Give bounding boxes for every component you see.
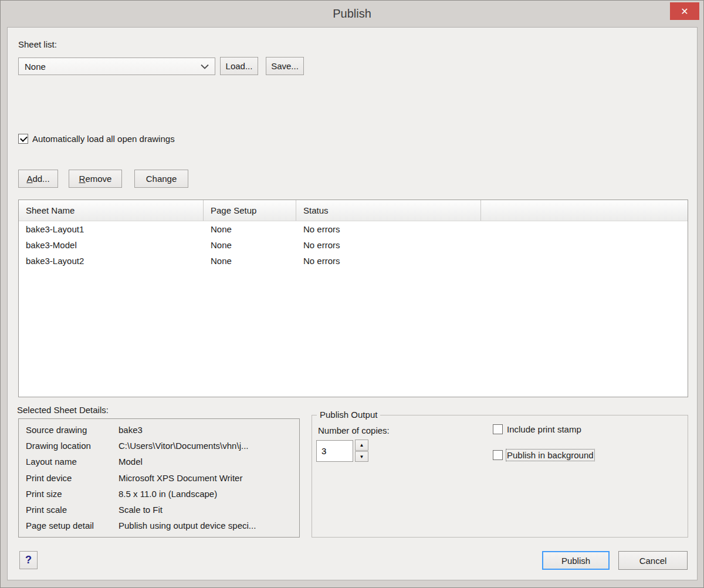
- remove-button[interactable]: Remove: [69, 170, 122, 188]
- sheets-table-header: Sheet Name Page Setup Status: [19, 200, 688, 221]
- cell-status: No errors: [296, 224, 481, 234]
- detail-value: 8.5 x 11.0 in (Landscape): [119, 489, 299, 499]
- details-section-label: Selected Sheet Details:: [17, 405, 109, 415]
- publish-output-legend: Publish Output: [317, 410, 380, 420]
- change-button[interactable]: Change: [134, 170, 188, 188]
- include-print-stamp-checkbox[interactable]: [493, 424, 503, 434]
- save-button[interactable]: Save...: [266, 57, 304, 75]
- checkmark-icon: [20, 134, 28, 142]
- copies-label: Number of copies:: [318, 425, 390, 435]
- detail-value: Publish using output device speci...: [119, 521, 299, 530]
- add-button[interactable]: Add...: [18, 170, 58, 188]
- titlebar: Publish ✕: [1, 1, 703, 26]
- sheet-list-select[interactable]: None: [18, 58, 215, 75]
- arrow-down-icon: ▼: [360, 454, 364, 459]
- detail-row: Source drawing bake3: [19, 422, 299, 438]
- column-header-empty[interactable]: [481, 200, 688, 221]
- add-button-label: Add...: [26, 174, 49, 184]
- detail-row: Drawing location C:\Users\Vitor\Document…: [19, 438, 299, 454]
- close-icon: ✕: [681, 6, 688, 17]
- publish-output-group: Publish Output Number of copies: ▲ ▼ Inc…: [312, 415, 688, 538]
- cell-status: No errors: [296, 240, 481, 250]
- include-print-stamp-label: Include print stamp: [507, 424, 581, 434]
- detail-row: Print device Microsoft XPS Document Writ…: [19, 470, 299, 486]
- cell-page-setup: None: [204, 224, 296, 234]
- sheet-list-label: Sheet list:: [18, 39, 57, 49]
- cell-sheet-name: bake3-Model: [19, 240, 204, 250]
- close-button[interactable]: ✕: [670, 2, 699, 20]
- sheets-table: Sheet Name Page Setup Status bake3-Layou…: [18, 200, 688, 397]
- column-header-page-setup[interactable]: Page Setup: [204, 200, 296, 221]
- spin-down-button[interactable]: ▼: [355, 451, 368, 462]
- detail-value: Model: [119, 457, 299, 467]
- include-print-stamp-row[interactable]: Include print stamp: [493, 424, 581, 434]
- arrow-up-icon: ▲: [360, 442, 364, 448]
- detail-row: Print scale Scale to Fit: [19, 502, 299, 518]
- chevron-down-icon: [201, 64, 209, 69]
- column-header-sheet-name[interactable]: Sheet Name: [19, 200, 204, 221]
- detail-row: Print size 8.5 x 11.0 in (Landscape): [19, 486, 299, 502]
- publish-in-background-label: Publish in background: [507, 450, 594, 460]
- dialog-title: Publish: [1, 1, 703, 26]
- remove-button-label: Remove: [79, 174, 112, 184]
- sheet-list-selected-value: None: [25, 62, 46, 72]
- table-row[interactable]: bake3-Layout2 None No errors: [19, 253, 688, 269]
- detail-value: Microsoft XPS Document Writer: [119, 473, 299, 483]
- auto-load-checkbox-row[interactable]: Automatically load all open drawings: [18, 134, 175, 144]
- detail-name: Print size: [26, 489, 119, 499]
- detail-value: bake3: [119, 425, 299, 435]
- detail-value: C:\Users\Vitor\Documents\vhn\j...: [119, 441, 299, 451]
- column-header-status[interactable]: Status: [296, 200, 481, 221]
- publish-in-background-row[interactable]: Publish in background: [493, 450, 594, 460]
- detail-value: Scale to Fit: [119, 505, 299, 515]
- publish-button-label: Publish: [561, 556, 590, 566]
- cell-sheet-name: bake3-Layout1: [19, 224, 204, 234]
- table-row[interactable]: bake3-Layout1 None No errors: [19, 221, 688, 237]
- detail-name: Source drawing: [26, 425, 119, 435]
- detail-name: Drawing location: [26, 441, 119, 451]
- publish-dialog: Publish ✕ Sheet list: None Load... Save.…: [0, 0, 704, 588]
- help-button[interactable]: ?: [19, 551, 38, 569]
- cell-page-setup: None: [204, 256, 296, 266]
- cell-page-setup: None: [204, 240, 296, 250]
- cell-status: No errors: [296, 256, 481, 266]
- spin-up-button[interactable]: ▲: [355, 440, 368, 451]
- detail-name: Layout name: [26, 457, 119, 467]
- auto-load-label: Automatically load all open drawings: [32, 134, 175, 144]
- load-button[interactable]: Load...: [220, 57, 258, 75]
- publish-button[interactable]: Publish: [542, 551, 610, 570]
- cancel-button-label: Cancel: [639, 556, 667, 566]
- table-row[interactable]: bake3-Model None No errors: [19, 237, 688, 253]
- load-button-label: Load...: [226, 61, 253, 71]
- cancel-button[interactable]: Cancel: [618, 551, 688, 570]
- auto-load-checkbox[interactable]: [18, 134, 28, 144]
- save-button-label: Save...: [271, 61, 299, 71]
- detail-row: Layout name Model: [19, 454, 299, 469]
- detail-name: Page setup detail: [26, 521, 119, 530]
- copies-input[interactable]: [316, 440, 353, 462]
- detail-name: Print scale: [26, 505, 119, 515]
- detail-name: Print device: [26, 473, 119, 483]
- help-icon: ?: [25, 554, 32, 566]
- publish-in-background-checkbox[interactable]: [493, 450, 503, 460]
- cell-sheet-name: bake3-Layout2: [19, 256, 204, 266]
- details-panel: Source drawing bake3 Drawing location C:…: [18, 418, 300, 538]
- detail-row: Page setup detail Publish using output d…: [19, 518, 299, 533]
- change-button-label: Change: [146, 174, 177, 184]
